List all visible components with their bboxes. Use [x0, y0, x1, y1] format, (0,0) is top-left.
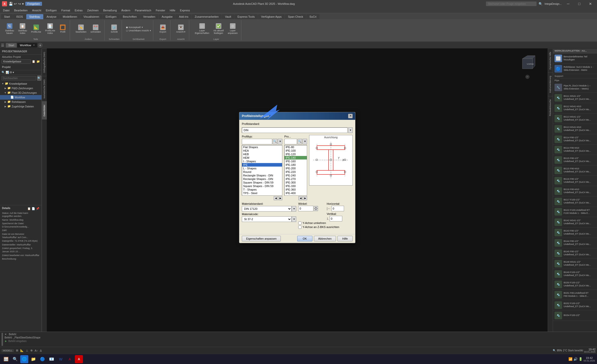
sidebar-search-btn[interactable]: 🔍 [37, 76, 41, 81]
status-snap[interactable]: 📐 [20, 349, 24, 352]
status-zoom-value[interactable]: 95% [557, 349, 562, 352]
size-ipe300[interactable]: IPE-300 [285, 181, 307, 184]
rp-bg14m10[interactable]: 🔩 BG14 F80-M10Undefined_ET (SuCri Mo... [553, 145, 597, 155]
rp-bg49[interactable]: 🔩 BG49 F100-1/2"Undefined_ET (SuCri Mo..… [553, 269, 597, 279]
winkel-down[interactable]: ▼ [314, 209, 318, 211]
size-ipe330[interactable]: IPE-330 [285, 184, 307, 188]
tab-workflow-item[interactable]: Workflow × [17, 43, 37, 48]
type-hea[interactable]: HEA [242, 149, 282, 152]
tab-vault[interactable]: Vault [222, 14, 234, 19]
profiltyp-search[interactable] [242, 139, 272, 144]
tab-expresstools[interactable]: Express Tools [234, 14, 258, 19]
rp-bg43[interactable]: 🔩 BG43 F80-1/2"Undefined_ET (SuCri Mo... [553, 228, 597, 238]
type-rect-din2[interactable]: Rectangle Shapes - DIN [242, 177, 282, 181]
rp-bg42[interactable]: 🔩 BG42 MS41-1/2"Undefined_ET (SuCri Mo..… [553, 217, 597, 228]
rp-bg16m10[interactable]: 🔩 BG16 F80-M10Undefined_ET (SuCri Mo... [553, 186, 597, 196]
mat-code-arrow[interactable]: ▾ [292, 216, 296, 222]
size-ipe180[interactable]: IPE-180 [285, 163, 307, 167]
minimize-btn[interactable]: ─ [564, 0, 573, 8]
new-tab-button[interactable]: + [38, 43, 43, 48]
status-grid[interactable]: ⊞ [16, 349, 18, 352]
rp-bg15[interactable]: 🔩 BG15 F80-1/2"Undefined_ET (SuCri Mo... [553, 155, 597, 165]
rp-bg54[interactable]: 🔩 BG54 F100-1/2" [553, 310, 597, 321]
type-round[interactable]: Round [242, 170, 282, 174]
vtab-ortho[interactable]: Orthografische DWG [42, 49, 47, 76]
status-ws[interactable]: Δ [40, 349, 42, 352]
type-ipe[interactable]: IPE [242, 163, 282, 167]
type-sq-din1[interactable]: Square Shapes - DIN 59 [242, 181, 282, 184]
quick-access-icons[interactable]: 💾 ↩ ↪ ▾ [9, 2, 24, 6]
rp-pipe-item[interactable]: 🔧 Pipe.PL (SuCri Module 1 – Sikla Extens… [553, 82, 597, 93]
btn-profil[interactable]: ⬛ Profil [58, 24, 68, 34]
details-icon1[interactable]: 📋 [27, 207, 31, 210]
tab-start-item[interactable]: Start [6, 43, 17, 48]
tree-pid[interactable]: ▶ 📁 P&ID-Zeichnungen [0, 86, 41, 90]
taskbar-edge[interactable]: 🌐 [20, 355, 28, 363]
size-ipe450[interactable]: IPE-450 [285, 195, 307, 196]
cb-z-bks[interactable] [298, 225, 302, 229]
mat-standard-select[interactable]: DIN 17120 [242, 206, 292, 212]
qa-undo[interactable]: ↩ [14, 2, 17, 6]
menu-extras[interactable]: Extras [73, 8, 84, 12]
search-icon[interactable]: 🔍 [539, 2, 543, 6]
vtab-iso[interactable]: Isometrische DWG [42, 76, 47, 102]
search-input[interactable] [486, 2, 537, 6]
mat-code-select[interactable]: St 37-2 [242, 216, 292, 222]
freigeben-btn[interactable]: Freigeben [25, 2, 42, 6]
taskbar-mail[interactable]: 📧 [48, 355, 56, 363]
rp-bg16[interactable]: 🔩 BG16 F80-1/2"Undefined_ET (SuCri Mo... [553, 176, 597, 186]
profilstandard-value[interactable]: DIN [242, 127, 348, 133]
vtab-daten[interactable]: Datenfelder [42, 101, 47, 120]
menu-bemassung[interactable]: Bemaßung [101, 8, 119, 12]
rp-bg13m10[interactable]: 🔩 BG13 MS41-M10Undefined_ET (SuCri Mo... [553, 124, 597, 134]
menu-aendern[interactable]: Ändern [119, 8, 132, 12]
rp-bg44[interactable]: 🔩 BG44 F80-1/2"Undefined_ET (SuCri Mo... [553, 238, 597, 248]
tab-stahlbau[interactable]: Stahlbau [26, 14, 43, 19]
qa-save[interactable]: 💾 [9, 2, 13, 6]
taskbar-battery[interactable]: 🔋 [579, 357, 583, 361]
cb-y-umkehren[interactable] [298, 221, 302, 225]
taskbar-explorer[interactable]: 📁 [29, 355, 37, 363]
taskbar-network[interactable]: 📶 [568, 357, 572, 361]
mat-standard-arrow[interactable]: ▾ [292, 206, 296, 212]
rp-bg11[interactable]: 🔩 BG11 MS41-1/2"Undefined_ET (SuCri Mo..… [553, 93, 597, 103]
profiltyp-list[interactable]: Flat Shapes HEA HEB HEM I - Shapes IPE L… [242, 145, 282, 196]
menu-ansicht[interactable]: Ansicht [30, 8, 43, 12]
tree-dateien[interactable]: ▶ 📁 Zugehörige Dateien [0, 104, 41, 109]
size-nav-right[interactable]: ▶ [303, 196, 307, 200]
size-ipe240[interactable]: IPE-240 [285, 174, 307, 177]
horizontal-input[interactable] [331, 206, 344, 211]
btn-export[interactable]: 📤 Export [158, 24, 168, 34]
cmd-input[interactable] [8, 340, 595, 343]
tab-beschriften[interactable]: Beschriften [120, 14, 140, 19]
winkel-up[interactable]: ▲ [314, 206, 318, 209]
btn-cancel[interactable]: Abbrechen [314, 236, 336, 241]
rp-bg50[interactable]: 🔩 BG50 F100-1/2"Undefined_ET (SuCri Mo..… [553, 279, 597, 290]
rp-bg51[interactable]: 🔩 BG51 F80,Undefined ETF80 Module 1 - Si… [553, 290, 597, 300]
menu-datei[interactable]: Datei [1, 8, 12, 12]
maximize-btn[interactable]: □ [575, 0, 584, 8]
btn-profillinie-index[interactable]: 📑 ProfilLinieIndex [44, 22, 57, 35]
tab-verfuegbare[interactable]: Verfügbare Apps [258, 14, 285, 19]
btn-bearbeiten[interactable]: ✏️ bearbeiten [74, 24, 88, 34]
status-model[interactable]: MODELL [2, 349, 14, 352]
vtab-rueckwaerts[interactable]: Rückwärtssuche [548, 96, 553, 119]
rp-bg17[interactable]: 🔩 BG17 F100-1/2"Undefined_ET (SuCri Mo..… [553, 196, 597, 207]
vertical-input[interactable] [330, 216, 342, 221]
taskbar-volume[interactable]: 🔊 [573, 357, 578, 361]
tab-start[interactable]: Start [1, 14, 13, 19]
close-btn[interactable]: ✕ [586, 0, 595, 8]
profiltyp-search-btn[interactable]: 🔍 [273, 139, 277, 144]
project-folder-icon[interactable]: 📁 [36, 60, 40, 63]
tab-workflow-close[interactable]: × [33, 44, 35, 47]
tab-verwalten[interactable]: Verwalten [140, 14, 158, 19]
profiltyp-clear-btn[interactable]: ✕ [278, 139, 282, 144]
tab-zusammenarbeiten[interactable]: Zusammenarbeiten [192, 14, 222, 19]
menu-parametrisch[interactable]: Parametrisch [133, 8, 153, 12]
size-ipe360[interactable]: IPE-360 [285, 188, 307, 191]
menu-hilfe[interactable]: Hilfe [168, 8, 177, 12]
type-u-shapes[interactable]: U - Shapes [242, 195, 282, 196]
profilstandard-arrow[interactable]: ▾ [348, 127, 353, 133]
project-config-icon[interactable]: 📋 [32, 60, 35, 63]
size-ipe140[interactable]: IPE-140 [285, 156, 307, 160]
